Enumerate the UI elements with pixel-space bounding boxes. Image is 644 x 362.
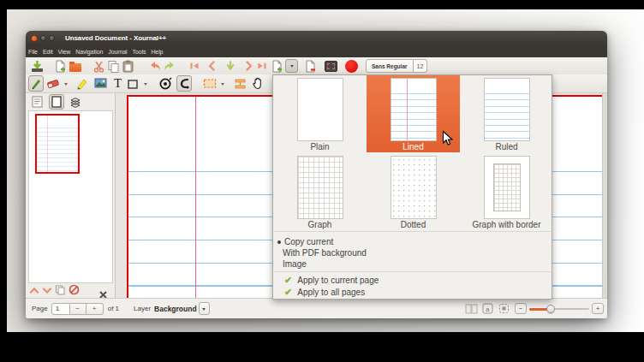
page-spinner: 1 − +	[51, 303, 104, 315]
page-thumbnail-list	[28, 110, 113, 283]
select-options-chevron[interactable]	[218, 76, 227, 91]
paste-icon[interactable]	[121, 59, 135, 74]
page-number-input[interactable]: 1	[51, 303, 70, 315]
font-button[interactable]: Sans Regular	[366, 59, 414, 73]
move-page-down-icon[interactable]	[42, 283, 52, 299]
undo-icon[interactable]	[147, 59, 162, 74]
dotted-template-thumbnail	[391, 156, 437, 219]
text-tool-icon[interactable]: T	[110, 76, 125, 91]
menu-journal[interactable]: Journal	[105, 49, 129, 55]
graph-template-thumbnail	[297, 156, 343, 219]
zoom-in-button[interactable]: +	[592, 303, 604, 314]
presentation-icon[interactable]	[324, 59, 338, 74]
graph-with-border-template-thumbnail	[484, 156, 530, 219]
menu-help[interactable]: Help	[148, 49, 165, 55]
pages-tab-icon[interactable]	[49, 94, 64, 110]
page-thumbnail[interactable]	[35, 114, 80, 174]
sidebar-tabs	[26, 93, 115, 110]
zoom-slider-handle[interactable]	[546, 305, 555, 313]
image-tool-icon[interactable]	[93, 76, 108, 91]
redo-icon[interactable]	[162, 59, 176, 74]
copy-icon[interactable]	[106, 59, 121, 74]
zoom-original-icon[interactable]: a	[480, 302, 495, 315]
record-audio-icon[interactable]	[344, 59, 359, 74]
eraser-tool-icon[interactable]	[46, 76, 61, 91]
template-dotted[interactable]: Dotted	[367, 153, 460, 230]
pdf-background-option[interactable]: With PDF background	[273, 247, 552, 258]
previous-icon[interactable]	[204, 59, 218, 74]
check-icon: ✔	[284, 276, 292, 285]
save-icon[interactable]	[30, 59, 45, 74]
page-decrement-button[interactable]: −	[70, 303, 86, 315]
vertical-space-icon[interactable]	[233, 76, 247, 91]
delete-page-sidebar-icon[interactable]	[69, 283, 80, 299]
toolbar-main: Sans Regular 12	[26, 57, 607, 74]
apply-current-page-item[interactable]: ✔ Apply to current page	[273, 275, 552, 286]
page-margin-line	[195, 97, 196, 298]
page-increment-button[interactable]: +	[86, 303, 104, 315]
zoom-fit-icon[interactable]	[497, 302, 511, 315]
new-document-icon[interactable]	[53, 59, 68, 74]
menu-view[interactable]: View	[56, 49, 74, 55]
titlebar[interactable]: Unsaved Document - Xournal++	[26, 31, 607, 45]
window-title: Unsaved Document - Xournal++	[65, 34, 166, 42]
statusbar: Page 1 − + of 1 Layer Background a −	[26, 298, 607, 318]
open-folder-icon[interactable]	[68, 59, 82, 74]
zoom-controls: a − +	[462, 299, 604, 318]
vertical-scrollbar[interactable]	[602, 93, 607, 298]
menu-edit[interactable]: Edit	[40, 49, 56, 55]
page-count-label: of 1	[108, 305, 119, 312]
pen-tool-icon[interactable]	[28, 75, 44, 92]
mouse-cursor	[442, 130, 454, 147]
hand-tool-icon[interactable]	[250, 76, 265, 91]
menubar: File Edit View Navigation Journal Tools …	[26, 45, 607, 57]
selected-bullet-icon	[277, 240, 281, 244]
apply-all-pages-item[interactable]: ✔ Apply to all pages	[273, 287, 552, 298]
template-graph-border[interactable]: Graph with border	[460, 153, 553, 230]
zoom-out-button[interactable]: −	[515, 303, 527, 314]
new-page-icon[interactable]	[270, 59, 284, 74]
close-button[interactable]	[31, 35, 38, 42]
popup-separator-1	[274, 231, 551, 232]
screen: Unsaved Document - Xournal++ File Edit V…	[0, 0, 644, 362]
menu-tools[interactable]: Tools	[130, 49, 149, 55]
dual-page-icon[interactable]	[464, 302, 479, 315]
delete-page-icon[interactable]	[303, 59, 318, 74]
select-region-icon[interactable]	[202, 76, 217, 91]
layers-tab-icon[interactable]	[69, 95, 83, 110]
scroll-down-icon[interactable]	[223, 59, 237, 74]
template-plain[interactable]: Plain	[273, 75, 367, 152]
snapping-icon[interactable]	[176, 75, 192, 92]
ruled-template-thumbnail	[484, 78, 530, 141]
goto-first-icon[interactable]	[187, 59, 201, 74]
goto-last-icon[interactable]	[254, 59, 269, 74]
popup-separator-2	[274, 271, 551, 272]
shape-options-chevron[interactable]	[141, 76, 150, 91]
check-icon: ✔	[284, 288, 292, 297]
layer-dropdown-button[interactable]	[199, 302, 210, 315]
copy-current-option[interactable]: Copy current	[273, 236, 552, 247]
eraser-options-chevron[interactable]	[62, 76, 70, 91]
contents-tab-icon[interactable]	[30, 95, 45, 110]
page-template-popup: Plain Lined Ruled Graph Dotted Graph wit…	[272, 74, 552, 300]
template-grid: Plain Lined Ruled Graph Dotted Graph wit…	[273, 75, 552, 230]
cut-icon[interactable]	[92, 59, 106, 74]
zoom-slider[interactable]	[529, 303, 589, 314]
highlighter-tool-icon[interactable]	[75, 76, 89, 91]
copy-page-icon[interactable]	[55, 283, 66, 299]
template-graph[interactable]: Graph	[273, 153, 367, 230]
page-template-dropdown-button[interactable]	[285, 59, 298, 73]
template-ruled[interactable]: Ruled	[460, 75, 553, 152]
move-page-up-icon[interactable]	[29, 283, 39, 299]
image-option[interactable]: Image	[273, 258, 552, 270]
menu-file[interactable]: File	[26, 49, 40, 55]
layer-label: Layer	[134, 305, 151, 312]
menu-navigation[interactable]: Navigation	[73, 49, 105, 55]
lined-template-thumbnail	[391, 78, 437, 141]
sidebar	[26, 93, 116, 298]
shape-recognizer-icon[interactable]	[158, 76, 172, 91]
maximize-button[interactable]	[49, 35, 55, 41]
shape-tool-icon[interactable]	[125, 76, 140, 91]
minimize-button[interactable]	[40, 35, 46, 41]
font-size-box[interactable]: 12	[414, 59, 428, 73]
